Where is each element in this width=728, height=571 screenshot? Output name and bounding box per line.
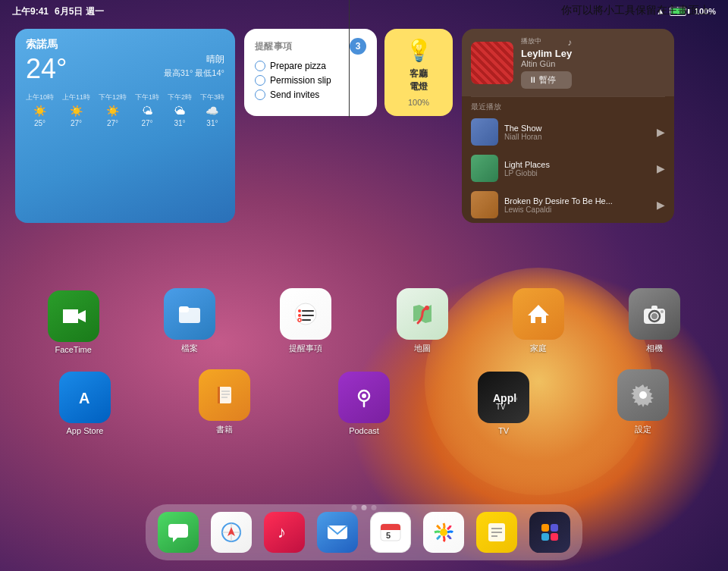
forecast-item-3: 下午1時 🌤 27° xyxy=(135,93,159,127)
music-track-0[interactable]: The Show Niall Horan ▶ xyxy=(462,114,674,150)
music-album-art xyxy=(471,42,513,84)
app-row-1: FaceTime 檔案 提醒事項 地圖 家庭 xyxy=(15,288,713,354)
home-label: 家庭 xyxy=(530,343,547,354)
reminder-circle-2 xyxy=(255,89,265,100)
svg-point-45 xyxy=(440,529,447,536)
forecast-temp-0: 25° xyxy=(34,119,46,127)
forecast-time-2: 下午12時 xyxy=(99,93,127,102)
lights-widget[interactable]: 💡 客廳電燈 100% xyxy=(384,29,453,116)
home-icon-img xyxy=(513,288,564,340)
music-track-title: Leylim Ley xyxy=(521,48,572,59)
svg-text:A: A xyxy=(79,390,89,406)
forecast-time-5: 下午3時 xyxy=(200,93,224,102)
tv-icon-img: AppleTV xyxy=(478,372,529,423)
annotation-line xyxy=(349,0,350,118)
status-date: 6月5日 週一 xyxy=(55,5,104,18)
track-play-2[interactable]: ▶ xyxy=(657,199,665,211)
tv-label: TV xyxy=(498,426,509,435)
forecast-icon-3: 🌤 xyxy=(142,105,152,117)
forecast-icon-5: ☁️ xyxy=(206,105,218,117)
reminder-text-2: Send invites xyxy=(270,89,319,100)
weather-location: 索諾馬 xyxy=(26,38,224,52)
books-icon-img xyxy=(199,369,250,421)
forecast-temp-5: 31° xyxy=(206,119,218,127)
track-title-2: Broken By Desire To Be He... xyxy=(504,196,651,205)
app-icon-home[interactable]: 家庭 xyxy=(513,288,564,354)
dock-safari[interactable] xyxy=(211,512,252,553)
forecast-item-4: 下午2時 🌥 31° xyxy=(168,93,192,127)
app-icon-appstore[interactable]: A App Store xyxy=(59,372,111,435)
files-label: 檔案 xyxy=(181,343,198,354)
svg-point-20 xyxy=(661,310,664,313)
status-time: 上午9:41 xyxy=(12,5,49,18)
dock-music[interactable]: ♪ xyxy=(264,512,305,553)
track-play-0[interactable]: ▶ xyxy=(657,126,665,138)
dock-messages[interactable] xyxy=(158,512,199,553)
app-icon-camera[interactable]: 相機 xyxy=(629,288,680,354)
track-thumb-2 xyxy=(471,191,498,218)
weather-desc: 晴朗 xyxy=(164,53,224,66)
maps-icon-img xyxy=(397,288,448,340)
books-label: 書籍 xyxy=(216,424,233,435)
forecast-item-2: 下午12時 ☀️ 27° xyxy=(99,93,127,127)
forecast-time-4: 下午2時 xyxy=(168,93,192,102)
weather-minmax: 最高31° 最低14° xyxy=(164,67,224,79)
maps-label: 地圖 xyxy=(414,343,431,354)
track-info-2: Broken By Desire To Be He... Lewis Capal… xyxy=(504,196,651,214)
app-icon-settings[interactable]: 設定 xyxy=(617,369,669,435)
reminders-widget[interactable]: 提醒事項 3 Prepare pizza Permission slip Sen… xyxy=(244,29,377,116)
forecast-icon-0: ☀️ xyxy=(33,105,46,117)
svg-point-9 xyxy=(298,314,301,317)
forecast-icon-1: ☀️ xyxy=(70,105,83,117)
svg-point-7 xyxy=(298,309,301,312)
app-icon-facetime[interactable]: FaceTime xyxy=(48,290,99,354)
svg-point-29 xyxy=(362,394,366,398)
app-icon-maps[interactable]: 地圖 xyxy=(397,288,448,354)
svg-point-14 xyxy=(425,306,429,310)
dock-calendar[interactable]: 5 xyxy=(370,512,411,553)
reminder-text-0: Prepare pizza xyxy=(270,61,326,71)
weather-temp: 24° xyxy=(26,53,67,85)
svg-rect-5 xyxy=(179,306,189,312)
forecast-time-3: 下午1時 xyxy=(135,93,159,102)
forecast-item-1: 上午11時 ☀️ 27° xyxy=(62,93,90,127)
svg-marker-34 xyxy=(173,538,177,542)
reminders-icon-img xyxy=(280,288,331,340)
dock-shortcuts[interactable] xyxy=(529,512,570,553)
app-icon-reminders[interactable]: 提醒事項 xyxy=(280,288,331,354)
svg-point-18 xyxy=(651,313,657,319)
dock-photos[interactable] xyxy=(423,512,464,553)
reminders-count: 3 xyxy=(350,38,366,55)
app-icon-podcast[interactable]: Podcast xyxy=(338,372,390,435)
music-track-2[interactable]: Broken By Desire To Be He... Lewis Capal… xyxy=(462,187,674,223)
photos-widget[interactable] xyxy=(683,29,728,180)
facetime-icon-img xyxy=(48,290,99,342)
forecast-temp-4: 31° xyxy=(174,119,185,127)
weather-forecast: 上午10時 ☀️ 25° 上午11時 ☀️ 27° 下午12時 ☀️ 27° 下… xyxy=(26,93,224,127)
annotation-text: 你可以將小工具保留在主畫面上。 xyxy=(561,4,720,17)
forecast-temp-1: 27° xyxy=(71,119,82,127)
app-icon-files[interactable]: 檔案 xyxy=(164,288,215,354)
reminders-title: 提醒事項 xyxy=(255,40,292,53)
music-widget[interactable]: 播放中 ♪ Leylim Ley Altin Gün ⏸ 暫停 最近播放 The… xyxy=(462,29,674,223)
music-track-1[interactable]: Light Places LP Giobbi ▶ xyxy=(462,150,674,187)
podcast-icon-img xyxy=(338,372,390,423)
forecast-item-5: 下午3時 ☁️ 31° xyxy=(200,93,224,127)
app-icon-books[interactable]: 書籍 xyxy=(199,369,250,435)
track-title-1: Light Places xyxy=(504,160,651,169)
forecast-icon-2: ☀️ xyxy=(106,105,119,117)
svg-rect-51 xyxy=(551,524,558,532)
reminder-circle-1 xyxy=(255,75,265,86)
track-artist-2: Lewis Capaldi xyxy=(504,205,651,214)
svg-text:♪: ♪ xyxy=(278,522,286,541)
svg-rect-43 xyxy=(381,527,400,530)
app-icon-tv[interactable]: AppleTV TV xyxy=(478,372,529,435)
track-play-1[interactable]: ▶ xyxy=(657,162,665,174)
music-status-label: 播放中 xyxy=(521,36,541,46)
dock-mail[interactable] xyxy=(317,512,358,553)
settings-label: 設定 xyxy=(635,424,651,435)
lights-percent: 100% xyxy=(408,98,429,107)
dock-notes[interactable] xyxy=(476,512,517,553)
weather-widget[interactable]: 索諾馬 24° 晴朗 最高31° 最低14° 上午10時 ☀️ 25° 上午11… xyxy=(15,29,235,223)
music-pause-button[interactable]: ⏸ 暫停 xyxy=(521,71,572,89)
